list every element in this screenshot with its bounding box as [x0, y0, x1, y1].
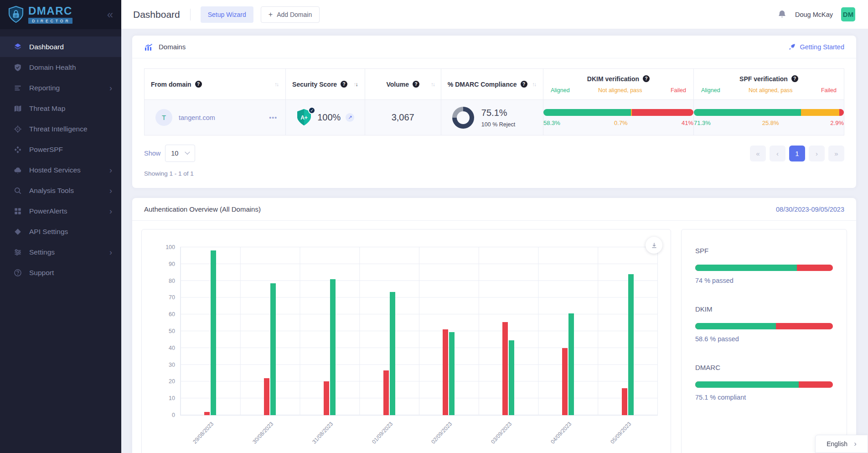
- getting-started-link[interactable]: Getting Started: [788, 43, 844, 51]
- help-icon[interactable]: ?: [521, 81, 527, 88]
- sidebar-item-settings[interactable]: Settings›: [0, 242, 121, 262]
- bar-chart-plot: 0102030405060708090100 29/08/202330/08/2…: [180, 247, 658, 416]
- sidebar: @ DMARC DIRECTOR « DashboardDomain Healt…: [0, 0, 121, 453]
- x-axis-label: 01/09/2023: [359, 415, 419, 453]
- col-volume: Volume: [386, 81, 409, 88]
- sidebar-item-label: Hosted Services: [29, 166, 81, 174]
- date-range[interactable]: 08/30/2023-09/05/2023: [776, 206, 844, 213]
- sidebar-item-support[interactable]: Support: [0, 262, 121, 283]
- y-axis-tick: 70: [169, 294, 175, 301]
- help-icon[interactable]: ?: [791, 75, 798, 82]
- table-row: T tangent.com ••• A+: [145, 100, 844, 135]
- sidebar-item-dashboard[interactable]: Dashboard: [0, 36, 121, 57]
- topbar: Dashboard Setup Wizard + Add Domain Doug…: [121, 0, 868, 29]
- aligned-segment: [543, 109, 631, 116]
- download-chart-button[interactable]: [646, 237, 662, 254]
- sidebar-item-powerspf[interactable]: PowerSPF: [0, 139, 121, 160]
- pagination-page-1[interactable]: 1: [789, 146, 805, 161]
- avatar[interactable]: DM: [841, 7, 855, 21]
- dashboard-icon: [14, 43, 22, 51]
- dkim-verification-bar: [543, 109, 693, 116]
- pagination: « ‹ 1 › »: [750, 146, 844, 161]
- sidebar-item-threat-intelligence[interactable]: Threat Intelligence: [0, 119, 121, 139]
- auth-overview-card: Authentication Overview (All Domains) 08…: [132, 198, 856, 453]
- col-spf-verification: SPF verification: [739, 75, 788, 83]
- stat-progress-bar: [695, 381, 833, 388]
- pagination-first[interactable]: «: [750, 146, 766, 161]
- sort-toggle[interactable]: ↑↓: [432, 81, 435, 88]
- bar-group: [300, 247, 360, 415]
- analysis-tools-icon: [14, 187, 22, 195]
- col-dkim-verification: DKIM verification: [587, 75, 639, 83]
- stat-passed-fill: [695, 323, 776, 329]
- col-from-domain: From domain: [151, 81, 191, 88]
- domain-initial-avatar: T: [155, 109, 172, 126]
- compliance-donut: [452, 107, 474, 129]
- language-selector[interactable]: English ›: [815, 435, 868, 453]
- not-aligned-segment: [801, 109, 840, 116]
- help-icon[interactable]: ?: [413, 81, 419, 88]
- setup-wizard-button[interactable]: Setup Wizard: [201, 6, 253, 23]
- stat-caption: 75.1 % compliant: [695, 394, 833, 401]
- pagination-prev[interactable]: ‹: [770, 146, 785, 161]
- stat-progress-bar: [695, 265, 833, 271]
- col-security-score: Security Score: [292, 81, 337, 88]
- pagination-last[interactable]: »: [828, 146, 844, 161]
- sidebar-item-analysis-tools[interactable]: Analysis Tools›: [0, 180, 121, 201]
- spf-failed-pct: 2.9%: [830, 120, 844, 126]
- external-link-icon[interactable]: ↗: [346, 113, 354, 122]
- compliance-pct: 75.1%: [481, 108, 515, 118]
- row-menu-dots-icon[interactable]: •••: [269, 114, 277, 121]
- sidebar-item-label: PowerSPF: [29, 146, 63, 154]
- sidebar-item-label: Support: [29, 269, 54, 277]
- stat-caption: 74 % passed: [695, 277, 833, 284]
- sidebar-item-reporting[interactable]: Reporting›: [0, 78, 121, 98]
- sidebar-item-label: API Settings: [29, 228, 68, 236]
- domains-card: Domains Getting Started: [132, 36, 856, 188]
- y-axis-tick: 20: [169, 378, 175, 385]
- auth-overview-title: Authentication Overview (All Domains): [144, 205, 261, 213]
- download-icon: [651, 242, 658, 249]
- sort-toggle[interactable]: ↑↓: [275, 81, 279, 88]
- x-axis-label: 31/08/2023: [300, 415, 360, 453]
- bar-passed: [270, 283, 276, 415]
- x-axis: 29/08/202330/08/202331/08/202301/09/2023…: [181, 415, 657, 453]
- sidebar-item-poweralerts[interactable]: PowerAlerts›: [0, 201, 121, 221]
- sidebar-item-hosted-services[interactable]: Hosted Services›: [0, 160, 121, 180]
- chevron-right-icon: ›: [109, 248, 112, 256]
- x-axis-label: 04/09/2023: [538, 415, 598, 453]
- brand-subtitle: DIRECTOR: [28, 18, 72, 24]
- poweralerts-icon: [14, 207, 22, 215]
- add-domain-button[interactable]: + Add Domain: [261, 6, 320, 23]
- stat-name: DMARC: [695, 364, 833, 371]
- x-axis-label: 30/08/2023: [240, 415, 300, 453]
- domain-link[interactable]: tangent.com: [179, 114, 215, 121]
- spf-not-aligned-pct: 25.8%: [711, 120, 831, 126]
- results-summary: Showing 1 - 1 of 1: [132, 162, 856, 188]
- stat-progress-bar: [695, 323, 833, 329]
- sidebar-item-label: Threat Intelligence: [29, 125, 88, 133]
- bar-failed: [383, 370, 389, 415]
- help-icon[interactable]: ?: [195, 81, 202, 88]
- sidebar-item-api-settings[interactable]: API Settings: [0, 221, 121, 242]
- y-axis-tick: 80: [169, 278, 175, 284]
- sidebar-item-threat-map[interactable]: Threat Map: [0, 98, 121, 119]
- pagination-next[interactable]: ›: [809, 146, 825, 161]
- security-score-value: 100%: [317, 112, 341, 123]
- sidebar-collapse-icon[interactable]: «: [107, 9, 113, 20]
- bar-failed: [264, 378, 269, 415]
- sort-toggle[interactable]: ↑↓: [355, 81, 358, 88]
- main-area: Dashboard Setup Wizard + Add Domain Doug…: [121, 0, 868, 453]
- y-axis-tick: 0: [172, 412, 175, 418]
- notifications-bell-icon[interactable]: [777, 10, 787, 19]
- threat-intelligence-icon: [14, 125, 22, 133]
- help-icon[interactable]: ?: [341, 81, 347, 88]
- page-size-select[interactable]: 10: [165, 145, 195, 162]
- sort-toggle[interactable]: ↑↓: [533, 81, 537, 88]
- sidebar-item-domain-health[interactable]: Domain Health: [0, 57, 121, 78]
- bar-group: [538, 247, 598, 415]
- domains-chart-icon: [144, 42, 153, 52]
- help-icon[interactable]: ?: [643, 75, 650, 82]
- bar-passed: [568, 313, 574, 415]
- bar-failed: [622, 388, 627, 415]
